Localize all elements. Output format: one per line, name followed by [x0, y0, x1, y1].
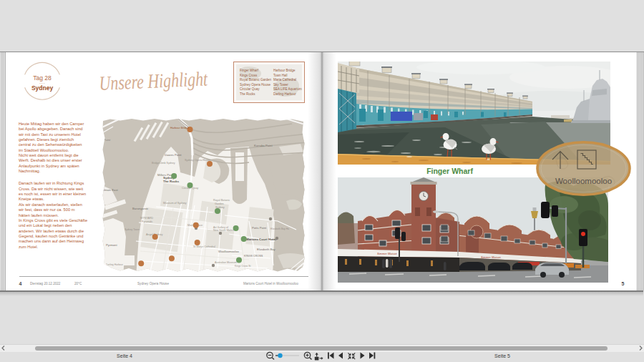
svg-text:WYNYARD: WYNYARD: [140, 217, 154, 220]
svg-text:Balmain East: Balmain East: [100, 188, 119, 192]
svg-text:Kurraba Point: Kurraba Point: [254, 144, 273, 147]
svg-text:St Marys Cathedral: St Marys Cathedral: [193, 245, 215, 248]
svg-text:New South Wales: New South Wales: [213, 229, 234, 232]
svg-text:Woolloomooloo: Woolloomooloo: [218, 250, 239, 253]
svg-text:Garden: Garden: [215, 202, 224, 205]
svg-text:Darling Harbour: Darling Harbour: [106, 263, 124, 266]
svg-text:Sydney Tower: Sydney Tower: [125, 228, 140, 231]
svg-text:es Point: es Point: [99, 138, 111, 142]
svg-text:Potts Point: Potts Point: [252, 226, 267, 230]
svg-text:KINGS CROSS: KINGS CROSS: [244, 255, 263, 258]
svg-text:Simmer Maison: Simmer Maison: [377, 252, 398, 255]
svg-text:Australian Museum: Australian Museum: [215, 261, 237, 264]
svg-text:Dawes Point: Dawes Point: [165, 153, 182, 157]
svg-text:Museum of Sydney: Museum of Sydney: [163, 202, 187, 205]
svg-text:Kings Cross St: Kings Cross St: [235, 265, 250, 268]
svg-text:Barangaroo: Barangaroo: [132, 207, 149, 210]
svg-text:Pyrmont: Pyrmont: [106, 243, 117, 247]
svg-text:Marions Court Hotel: Marions Court Hotel: [246, 238, 276, 241]
svg-text:Simmer Maison: Simmer Maison: [481, 255, 502, 259]
svg-text:Harbour Bridge: Harbour Bridge: [170, 127, 189, 129]
svg-text:Sydney: Sydney: [31, 84, 54, 92]
svg-text:Elizabeth Bay Ho: Elizabeth Bay Ho: [270, 228, 289, 230]
svg-text:BridgeClimb Sydney: BridgeClimb Sydney: [152, 162, 175, 165]
svg-text:The Rocks: The Rocks: [163, 180, 180, 183]
svg-text:Elizabeth Bay: Elizabeth Bay: [257, 248, 276, 251]
svg-text:Woolloomooloo: Woolloomooloo: [555, 177, 612, 185]
svg-text:Tag 28: Tag 28: [33, 74, 52, 82]
svg-text:Pyramids: Pyramids: [142, 220, 152, 223]
svg-text:Sydney Opera House: Sydney Opera House: [185, 159, 210, 162]
svg-text:Royal Botanic: Royal Botanic: [213, 199, 230, 202]
